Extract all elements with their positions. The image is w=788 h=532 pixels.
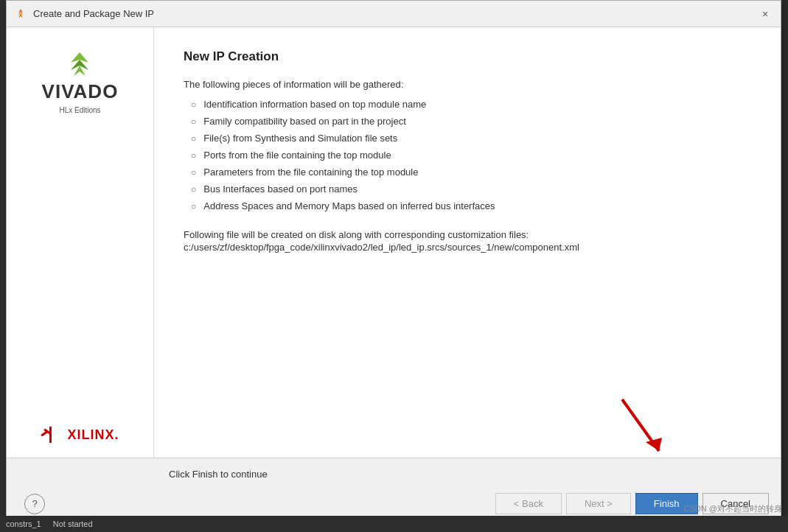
taskbar-bottom: constrs_1 Not started — [0, 516, 788, 532]
intro-text: The following pieces of information will… — [184, 79, 751, 90]
main-content-area: New IP Creation The following pieces of … — [154, 27, 781, 458]
sidebar: VIVADO HLx Editions XILINX. — [7, 27, 154, 458]
bottom-message: Click Finish to continue — [7, 458, 781, 487]
csdn-watermark: CSDN @对不起当时的转身 — [684, 503, 782, 514]
back-button[interactable]: < Back — [495, 493, 562, 514]
list-item: Ports from the file containing the top m… — [191, 150, 751, 161]
help-button[interactable]: ? — [24, 494, 45, 514]
next-button[interactable]: Next > — [566, 493, 631, 514]
title-text: Create and Package New IP — [33, 8, 154, 19]
list-item: Address Spaces and Memory Maps based on … — [191, 200, 751, 211]
list-item: File(s) from Synthesis and Simulation fi… — [191, 133, 751, 144]
list-item: Parameters from the file containing the … — [191, 167, 751, 178]
vivado-logo: VIVADO HLx Editions — [42, 49, 119, 114]
page-title: New IP Creation — [184, 49, 751, 64]
vivado-leaf-icon — [65, 49, 94, 79]
title-bar: Create and Package New IP × — [7, 1, 781, 27]
info-list: Identification information based on top … — [191, 99, 751, 211]
list-item: Identification information based on top … — [191, 99, 751, 110]
file-path-text: c:/users/zf/desktop/fpga_code/xilinxviva… — [184, 242, 751, 253]
dialog-body: VIVADO HLx Editions XILINX. New IP Creat… — [7, 27, 781, 458]
list-item: Family compatibility based on part in th… — [191, 116, 751, 127]
vivado-title-icon — [14, 7, 27, 21]
svg-rect-8 — [49, 427, 52, 443]
list-item: Bus Interfaces based on port names — [191, 183, 751, 195]
taskbar-item-1: constrs_1 — [6, 519, 41, 528]
xilinx-icon — [41, 427, 61, 443]
xilinx-logo: XILINX. — [41, 427, 119, 443]
vivado-brand-text: VIVADO — [42, 80, 119, 103]
vivado-edition-text: HLx Editions — [59, 106, 100, 114]
taskbar-item-2: Not started — [53, 519, 93, 528]
close-button[interactable]: × — [757, 6, 773, 22]
file-info-text: Following file will be created on disk a… — [184, 229, 751, 240]
dialog-window: Create and Package New IP × VIVADO HLx E… — [6, 0, 781, 527]
title-bar-left: Create and Package New IP — [14, 7, 154, 21]
xilinx-brand-text: XILINX. — [67, 427, 119, 443]
